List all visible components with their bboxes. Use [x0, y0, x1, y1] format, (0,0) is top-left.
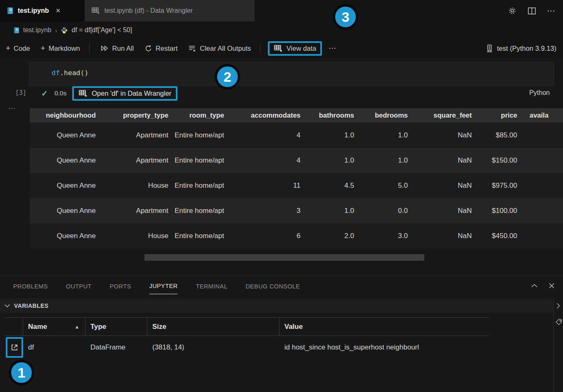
- output-table-cell: $150.00: [477, 156, 522, 165]
- split-editor-icon[interactable]: [528, 7, 536, 15]
- more-icon[interactable]: ⋯: [547, 6, 556, 16]
- close-icon[interactable]: [549, 283, 555, 289]
- output-table-cell: NaN: [413, 156, 477, 165]
- output-table-cell: 2.0: [305, 231, 359, 241]
- column-header-value[interactable]: Value: [279, 318, 489, 335]
- output-table-header: neighbourhoodproperty_typeroom_typeaccom…: [30, 108, 563, 123]
- panel-tab-jupyter[interactable]: JUPYTER: [149, 277, 178, 294]
- chevron-up-icon[interactable]: [531, 283, 538, 288]
- clear-all-outputs-button[interactable]: Clear All Outputs: [188, 45, 251, 52]
- cell-language-picker[interactable]: Python: [529, 89, 550, 97]
- output-table-cell: 4.5: [305, 181, 359, 190]
- output-table-cell: 1.0: [305, 206, 359, 215]
- output-table-cell: NaN: [413, 130, 477, 140]
- run-all-button[interactable]: Run All: [100, 45, 134, 52]
- kernel-icon: [486, 44, 493, 53]
- notebook-toolbar: + Code + Markdown Run All Restart Clear …: [0, 39, 563, 58]
- panel-tab-ports[interactable]: PORTS: [110, 278, 131, 294]
- output-table-cell: 1.0: [305, 156, 359, 165]
- output-table-cell: Queen Anne: [30, 156, 101, 165]
- kernel-label: test (Python 3.9.13): [497, 45, 556, 52]
- output-table: neighbourhoodproperty_typeroom_typeaccom…: [30, 108, 563, 248]
- plus-icon: +: [41, 44, 45, 53]
- output-table-cell: House: [101, 181, 173, 190]
- data-wrangler-icon: [78, 89, 88, 98]
- variable-row-df[interactable]: df DataFrame (3818, 14) id host_since ho…: [4, 336, 489, 359]
- output-column-header: price: [477, 111, 522, 120]
- view-data-button[interactable]: View data: [268, 41, 322, 56]
- output-table-cell: 0.0: [359, 206, 413, 215]
- panel-tab-problems[interactable]: PROBLEMS: [13, 278, 48, 294]
- output-table-cell: Queen Anne: [30, 130, 101, 140]
- code-token-dot: .: [60, 69, 64, 77]
- more-actions-icon[interactable]: ⋯: [329, 44, 336, 53]
- add-code-cell-button[interactable]: + Code: [6, 44, 30, 53]
- chevron-right-icon[interactable]: [556, 302, 563, 309]
- panel-tab-terminal[interactable]: TERMINAL: [196, 278, 227, 294]
- sort-ascending-icon: ▲: [75, 324, 79, 329]
- tab-label: test.ipynb: [18, 7, 49, 14]
- column-header-size[interactable]: Size: [147, 318, 279, 335]
- output-table-cell: NaN: [413, 231, 477, 241]
- code-token-head: head(): [64, 69, 89, 77]
- close-icon[interactable]: ✕: [56, 7, 61, 14]
- output-table-cell: NaN: [413, 206, 477, 215]
- output-column-header: neighbourhood: [30, 111, 101, 120]
- output-table-cell: $450.00: [477, 231, 522, 241]
- plus-icon: +: [6, 44, 10, 53]
- run-all-icon: [100, 45, 109, 52]
- add-markdown-cell-button[interactable]: + Markdown: [41, 44, 80, 53]
- panel-tab-bar: PROBLEMSOUTPUTPORTSJUPYTERTERMINALDEBUG …: [13, 276, 300, 295]
- output-column-header: bathrooms: [305, 111, 359, 120]
- gear-icon[interactable]: [508, 6, 517, 15]
- output-table-cell: 4: [229, 156, 305, 165]
- tag-icon[interactable]: [555, 318, 563, 326]
- column-header-type[interactable]: Type: [85, 318, 147, 335]
- tab-data-wrangler[interactable]: test.ipynb (df) - Data Wrangler: [85, 0, 255, 21]
- output-table-cell: Queen Anne: [30, 231, 101, 241]
- output-table-row: Queen AnneApartmentEntire home/apt41.01.…: [30, 123, 563, 148]
- column-header-name-label: Name: [28, 323, 47, 331]
- open-in-data-wrangler-button[interactable]: Open 'df' in Data Wrangler: [72, 86, 177, 101]
- variable-type: DataFrame: [85, 336, 147, 359]
- callout-step-1: 1: [9, 360, 34, 385]
- breadcrumb: test.ipynb › df = df[df['Age'] < 50]: [0, 21, 563, 39]
- code-cell[interactable]: df.head(): [29, 62, 554, 86]
- chevron-down-icon: [4, 304, 10, 308]
- variables-header-spacer: [4, 318, 23, 335]
- column-header-name[interactable]: Name ▲: [23, 318, 85, 335]
- horizontal-scrollbar[interactable]: [144, 254, 424, 261]
- breadcrumb-cell-code[interactable]: df = df[df['Age'] < 50]: [71, 26, 132, 34]
- success-check-icon: ✓: [41, 89, 48, 98]
- variables-grid: Name ▲ Type Size Value df DataFrame (381…: [4, 317, 489, 359]
- open-variable-in-data-wrangler-button[interactable]: [6, 337, 23, 358]
- tab-test-ipynb[interactable]: test.ipynb ✕: [0, 0, 85, 21]
- toolbar-separator: [260, 44, 260, 53]
- output-table-cell: Apartment: [101, 206, 173, 215]
- notebook-editor: [3] df.head() ✓ 0.0s Open 'df' in Data W…: [0, 58, 563, 276]
- panel-tab-debug-console[interactable]: DEBUG CONSOLE: [246, 278, 300, 294]
- output-table-cell: $85.00: [477, 130, 522, 140]
- output-table-cell: 11: [229, 181, 305, 190]
- output-table-cell: 5.0: [359, 181, 413, 190]
- tab-label: test.ipynb (df) - Data Wrangler: [104, 7, 193, 14]
- output-table-row: Queen AnneApartmentEntire home/apt41.01.…: [30, 148, 563, 173]
- variable-name: df: [23, 336, 85, 359]
- output-table-cell: Entire home/apt: [173, 156, 229, 165]
- kernel-picker[interactable]: test (Python 3.9.13): [486, 39, 556, 58]
- cell-code[interactable]: df.head(): [52, 69, 88, 77]
- panel-tab-output[interactable]: OUTPUT: [66, 278, 92, 294]
- window-actions: ⋯: [508, 0, 556, 21]
- execution-count: [3]: [9, 89, 26, 97]
- callout-step-2: 2: [215, 64, 240, 90]
- add-markdown-label: Markdown: [49, 45, 80, 52]
- output-options-icon[interactable]: ⋯: [8, 104, 16, 113]
- breadcrumb-file[interactable]: test.ipynb: [23, 26, 51, 34]
- output-table-cell: NaN: [413, 181, 477, 190]
- variables-section-header[interactable]: VARIABLES: [0, 298, 554, 313]
- output-column-header: accommodates: [229, 111, 305, 120]
- run-all-label: Run All: [112, 45, 134, 52]
- restart-button[interactable]: Restart: [144, 45, 177, 52]
- output-table-cell: 1.0: [305, 130, 359, 140]
- output-table-cell: 4: [229, 130, 305, 140]
